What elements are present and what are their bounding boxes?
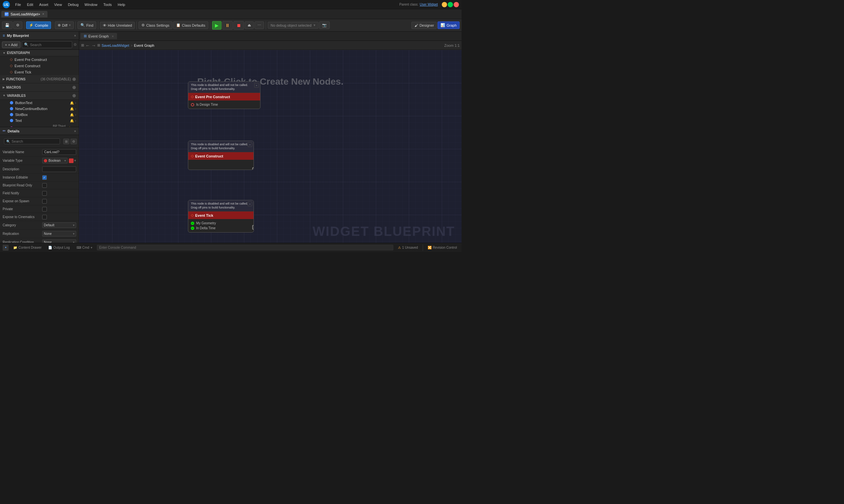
node-tick[interactable]: This node is disabled and will not be ca…: [188, 200, 254, 233]
var-newcontinuebutton[interactable]: NewContinueButton 🔔 ›: [0, 106, 79, 112]
var-buttontext[interactable]: ButtonText 🔔 ›: [0, 100, 79, 106]
details-field-notify-checkbox[interactable]: [42, 191, 47, 196]
revision-control-button[interactable]: 🔀 Revision Control: [426, 245, 459, 250]
menu-edit[interactable]: Edit: [24, 2, 36, 7]
search-settings-icon[interactable]: ⚙: [73, 42, 77, 47]
hide-unrelated-button[interactable]: 👁 Hide Unrelated: [100, 22, 135, 29]
var-slotbox-bell[interactable]: 🔔: [70, 113, 74, 116]
event-construct-item[interactable]: ◇ Event Construct: [0, 62, 79, 69]
details-expose-cinematics-checkbox[interactable]: [42, 215, 47, 219]
node-pre-construct-corner[interactable]: ×: [254, 83, 259, 88]
content-drawer-button[interactable]: 📁 Content Drawer: [11, 245, 44, 250]
my-blueprint-close[interactable]: ×: [74, 34, 76, 38]
macros-add-icon[interactable]: ⊕: [72, 85, 76, 90]
details-instance-editable-checkbox[interactable]: [42, 175, 47, 180]
node-construct[interactable]: This node is disabled and will not be ca…: [188, 141, 254, 170]
menu-view[interactable]: View: [51, 2, 65, 7]
details-close[interactable]: ×: [74, 129, 76, 133]
blueprint-search-input[interactable]: [30, 43, 70, 47]
output-log-button[interactable]: 📄 Output Log: [46, 245, 71, 250]
debug-extra-button[interactable]: 📷: [319, 21, 330, 29]
blueprint-tab[interactable]: BP SaveLoadWidget+ ×: [1, 11, 48, 17]
node-tick-connector[interactable]: [252, 225, 254, 230]
add-button[interactable]: + + Add: [2, 41, 20, 48]
compile-button[interactable]: ⚡ Compile: [26, 21, 51, 29]
node-construct-corner[interactable]: ×: [247, 142, 252, 147]
section-macros[interactable]: ▶ MACROS ⊕: [0, 83, 79, 92]
cmd-button[interactable]: ⌨ Cmd ▾: [74, 245, 94, 250]
save-button[interactable]: 💾: [2, 21, 13, 29]
stop-button[interactable]: ⏹: [234, 21, 244, 30]
nav-forward-arrow[interactable]: →: [91, 43, 96, 48]
functions-add-icon[interactable]: ⊕: [72, 76, 76, 82]
menu-tools[interactable]: Tools: [101, 2, 115, 7]
var-buttontext-arrow[interactable]: ›: [75, 101, 76, 105]
details-blueprint-readonly-checkbox[interactable]: [42, 183, 47, 188]
settings-button[interactable]: ⚙: [13, 21, 22, 29]
node-construct-connector[interactable]: [252, 167, 254, 170]
var-newcontinuebutton-arrow[interactable]: ›: [75, 107, 76, 111]
pause-button[interactable]: ⏸: [222, 21, 233, 30]
event-graph-tab-close[interactable]: ×: [112, 34, 114, 38]
minimize-button[interactable]: [442, 2, 447, 7]
type-color-swatch[interactable]: [69, 159, 73, 163]
var-slotbox[interactable]: SlotBox 🔔 ›: [0, 112, 79, 118]
details-grid-button[interactable]: ⊞: [63, 139, 69, 144]
var-text-bell[interactable]: 🔔: [70, 119, 74, 123]
variables-add-icon[interactable]: ⊕: [72, 93, 76, 98]
type-expand-arrow[interactable]: ▾: [74, 159, 76, 163]
graph-button[interactable]: 📊 Graph: [437, 21, 460, 29]
nav-back-arrow[interactable]: ←: [85, 43, 90, 48]
node-pre-construct[interactable]: This node is disabled and will not be ca…: [188, 82, 260, 109]
event-graph-tab[interactable]: ⊞ Event Graph ×: [81, 33, 117, 39]
window-controls[interactable]: [442, 2, 459, 7]
details-search-input[interactable]: [12, 139, 58, 143]
var-buttontext-bell[interactable]: 🔔: [70, 101, 74, 105]
diff-button[interactable]: ⊕ Diff ▾: [55, 21, 73, 29]
event-tick-item[interactable]: ◇ Event Tick: [0, 69, 79, 75]
eject-button[interactable]: ⏏: [245, 21, 254, 29]
var-slotbox-arrow[interactable]: ›: [75, 113, 76, 116]
blueprint-search-bar[interactable]: 🔍: [22, 41, 72, 48]
close-button[interactable]: [454, 2, 459, 7]
node-tick-corner[interactable]: ×: [247, 202, 252, 206]
blueprint-tab-close[interactable]: ×: [42, 12, 44, 16]
parent-class-value[interactable]: User Widget: [420, 3, 438, 6]
details-private-checkbox[interactable]: [42, 207, 47, 212]
unsaved-indicator[interactable]: ⚠ 1 Unsaved: [396, 245, 420, 250]
details-variable-type-select[interactable]: Boolean ▾: [42, 158, 68, 163]
more-button[interactable]: ⋯: [255, 21, 264, 29]
menu-file[interactable]: File: [13, 2, 24, 7]
menu-window[interactable]: Window: [82, 2, 100, 7]
nav-grid-icon[interactable]: ⊞: [97, 43, 100, 48]
graph-canvas[interactable]: Right-Click to Create New Nodes. This no…: [79, 50, 462, 252]
maximize-button[interactable]: [448, 2, 453, 7]
section-eventgraph[interactable]: ▼ EventGraph: [0, 50, 79, 56]
details-search-bar[interactable]: 🔍: [4, 138, 60, 144]
menu-bar[interactable]: File Edit Asset View Debug Window Tools …: [13, 2, 128, 7]
menu-debug[interactable]: Debug: [65, 2, 81, 7]
breadcrumb-root[interactable]: SaveLoadWidget: [102, 43, 129, 48]
nav-layout-icon[interactable]: ⊞: [81, 43, 84, 48]
menu-asset[interactable]: Asset: [37, 2, 51, 7]
details-expose-on-spawn-checkbox[interactable]: [42, 199, 47, 203]
var-thirdpersoncharacter[interactable]: ThirdPersonCharacter BP Third Person 🔔 👁: [0, 124, 79, 127]
class-defaults-button[interactable]: 📋 Class Defaults: [173, 21, 208, 29]
details-category-select[interactable]: Default ▾: [42, 222, 76, 228]
var-text[interactable]: Text 🔔 ›: [0, 118, 79, 124]
var-text-arrow[interactable]: ›: [75, 119, 76, 123]
class-settings-button[interactable]: ⚙ Class Settings: [138, 21, 172, 29]
var-newcontinuebutton-bell[interactable]: 🔔: [70, 107, 74, 111]
section-variables[interactable]: ▼ VARIABLES ⊕: [0, 92, 79, 100]
designer-button[interactable]: 🖌 Designer: [411, 22, 437, 29]
play-button[interactable]: ▶: [212, 21, 222, 30]
details-description-input[interactable]: [42, 166, 76, 172]
details-gear-button[interactable]: ⚙: [71, 139, 77, 144]
debug-object-select[interactable]: No debug object selected ▾: [268, 22, 318, 29]
menu-help[interactable]: Help: [115, 2, 128, 7]
details-replication-select[interactable]: None ▾: [42, 231, 76, 236]
section-functions[interactable]: ▶ FUNCTIONS (36 OVERRIDABLE) ⊕: [0, 75, 79, 83]
find-button[interactable]: 🔍 Find: [77, 21, 96, 29]
event-pre-construct-item[interactable]: ◇ Event Pre Construct: [0, 56, 79, 62]
details-variable-name-input[interactable]: [42, 149, 76, 155]
